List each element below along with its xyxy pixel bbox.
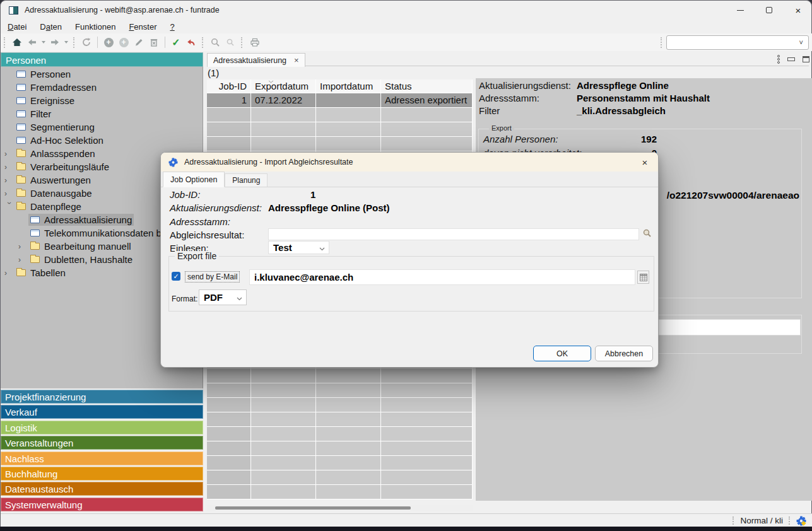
dialog-tab-job-optionen[interactable]: Job Optionen	[163, 172, 225, 187]
job-id-value: 1	[310, 189, 315, 200]
status-bar: Normal / kli	[1, 513, 812, 527]
chevron-right-icon[interactable]: ›	[18, 255, 28, 264]
chevron-right-icon[interactable]: ›	[4, 149, 15, 158]
tree-item-filter[interactable]: Filter	[1, 107, 203, 120]
window-list-menu-icon[interactable]	[777, 54, 780, 64]
scrollbar-thumb[interactable]	[215, 506, 411, 510]
column-header-importdatum[interactable]: Importdatum	[316, 79, 381, 93]
add-secondary-button[interactable]: +	[116, 35, 131, 50]
chevron-right-icon[interactable]: ›	[4, 189, 15, 198]
table-row[interactable]	[207, 456, 473, 470]
mdi-minimize-icon[interactable]	[787, 57, 795, 61]
toolbar-grip[interactable]	[4, 37, 6, 48]
menu-funktionen[interactable]: Funktionen	[73, 21, 117, 32]
forward-button[interactable]	[47, 35, 62, 50]
statusbar-grip	[789, 516, 791, 525]
table-row[interactable]	[207, 427, 473, 441]
send-by-email-checkbox[interactable]: ✓	[172, 272, 180, 281]
chevron-down-icon[interactable]: ›	[5, 202, 14, 212]
chevron-right-icon[interactable]: ›	[4, 269, 15, 277]
print-button[interactable]	[247, 35, 262, 50]
tree-item-ereignisse[interactable]: Ereignisse	[1, 94, 203, 107]
delete-button[interactable]	[146, 35, 162, 50]
abgleichsresultat-input[interactable]	[268, 228, 639, 240]
module-nachlass[interactable]: Nachlass	[1, 452, 203, 465]
sort-indicator-icon[interactable]	[268, 74, 274, 86]
dialog-close-button[interactable]: ×	[632, 153, 658, 172]
module-buchhaltung[interactable]: Buchhaltung	[1, 467, 203, 481]
toolbar-grip[interactable]	[661, 37, 663, 48]
menu-daten[interactable]: Daten	[38, 21, 64, 32]
tab-adressaktualisierung[interactable]: Adressaktualisierung ×	[207, 53, 305, 67]
toolbar-grip[interactable]	[202, 37, 204, 48]
toolbar-grip[interactable]	[73, 37, 76, 48]
chevron-right-icon[interactable]: ›	[18, 242, 28, 251]
column-header-status[interactable]: Status	[381, 79, 473, 93]
table-row[interactable]	[207, 412, 473, 427]
edit-button[interactable]	[131, 35, 146, 50]
table-row[interactable]	[207, 470, 473, 485]
einlesen-dropdown[interactable]: Test	[268, 241, 329, 254]
module-verkauf[interactable]: Verkauf	[1, 405, 203, 419]
lookup-icon[interactable]	[642, 228, 652, 240]
email-input[interactable]: i.kluvanec@arenae.ch	[249, 269, 635, 285]
toolbar-grip[interactable]	[241, 37, 244, 48]
quick-search-combobox[interactable]: ˅	[666, 35, 809, 50]
maximize-button[interactable]	[755, 1, 784, 20]
back-dropdown-button[interactable]	[40, 35, 47, 50]
module-systemverwaltung[interactable]: Systemverwaltung	[1, 498, 203, 511]
menu-help[interactable]: ?	[168, 21, 176, 32]
module-projektfinanzierung[interactable]: Projektfinanzierung	[1, 390, 203, 404]
ok-button[interactable]: OK	[533, 346, 591, 361]
folder-icon	[30, 256, 40, 263]
table-row-selected[interactable]: 1 07.12.2022 Adressen exportiert	[207, 93, 473, 108]
minimize-button[interactable]	[726, 1, 755, 20]
send-by-email-label[interactable]: send by E-Mail	[185, 271, 240, 283]
table-row[interactable]	[207, 441, 473, 456]
forward-dropdown-button[interactable]	[62, 35, 70, 50]
export-path-text: /o221207svw00004/arenaeao	[667, 190, 799, 201]
module-veranstaltungen[interactable]: Veranstaltungen	[1, 436, 203, 450]
tree-item-adhoc-selektion[interactable]: Ad-Hoc Selektion	[1, 134, 203, 147]
table-row[interactable]	[207, 383, 473, 398]
search-secondary-button[interactable]	[223, 35, 238, 50]
table-row[interactable]	[207, 485, 473, 499]
tree-item-segmentierung[interactable]: Segmentierung	[1, 120, 203, 134]
column-header-exportdatum[interactable]: Exportdatum	[251, 79, 316, 93]
refresh-button[interactable]	[79, 35, 94, 50]
menu-datei[interactable]: Datei	[6, 21, 28, 32]
module-logistik[interactable]: Logistik	[1, 421, 203, 435]
cancel-button[interactable]: Abbrechen	[595, 346, 653, 361]
horizontal-scrollbar[interactable]	[207, 505, 473, 511]
home-button[interactable]	[9, 35, 25, 50]
add-button[interactable]: +	[101, 35, 116, 50]
detail-label: Aktualisierungsdienst:	[479, 80, 571, 91]
table-row[interactable]	[207, 137, 473, 151]
settings-gear-icon[interactable]	[796, 516, 806, 526]
dialog-tab-planung[interactable]: Planung	[225, 173, 268, 187]
undo-button[interactable]	[184, 35, 199, 50]
confirm-button[interactable]: ✓	[168, 35, 184, 50]
table-row[interactable]	[207, 398, 473, 412]
table-row[interactable]	[207, 369, 473, 383]
search-button[interactable]	[208, 35, 223, 50]
tree-item-fremdadressen[interactable]: Fremdadressen	[1, 81, 203, 94]
chevron-right-icon[interactable]: ›	[4, 163, 15, 172]
import-dialog: Adressaktualisierung - Import Abgleichsr…	[160, 152, 659, 368]
module-datenaustausch[interactable]: Datenaustausch	[1, 482, 203, 496]
mdi-restore-icon[interactable]	[803, 56, 809, 62]
column-header-job-id[interactable]: Job-ID	[207, 79, 251, 93]
tab-close-icon[interactable]: ×	[294, 56, 299, 64]
table-cell	[251, 122, 316, 137]
tree-item-personen[interactable]: Personen	[1, 67, 203, 81]
format-dropdown[interactable]: PDF	[199, 289, 247, 305]
chevron-right-icon[interactable]: ›	[4, 176, 15, 185]
search-icon	[211, 38, 220, 47]
back-button[interactable]	[25, 35, 40, 50]
menu-fenster[interactable]: Fenster	[127, 21, 158, 32]
close-button[interactable]: ×	[784, 1, 812, 20]
table-row[interactable]	[207, 108, 473, 122]
form-icon	[30, 216, 40, 223]
email-lookup-button[interactable]	[637, 271, 649, 284]
table-row[interactable]	[207, 122, 473, 137]
